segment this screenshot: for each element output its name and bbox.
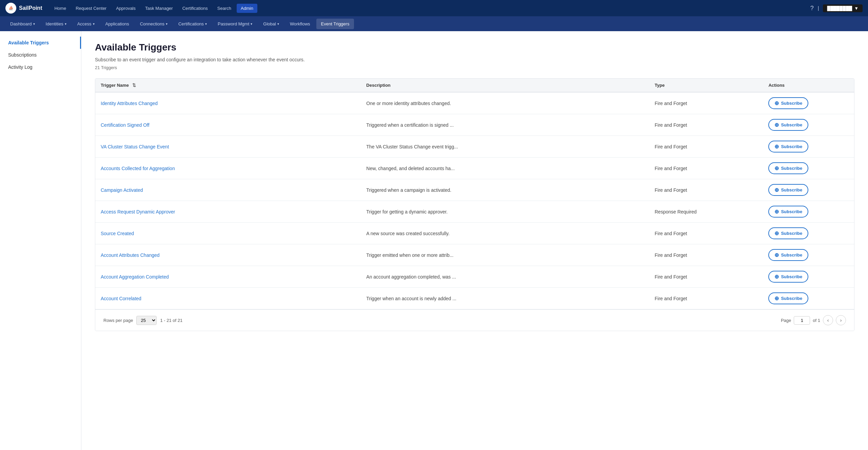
plus-icon: ⊕: [774, 187, 779, 193]
sailpoint-logo-icon: ⛵: [5, 3, 16, 14]
triggers-table: Trigger Name ⇅ Description Type Actions …: [95, 79, 854, 309]
trigger-type: Fire and Forget: [649, 158, 763, 179]
main-layout: Available Triggers Subscriptions Activit…: [0, 31, 868, 450]
trigger-link[interactable]: Access Request Dynamic Approver: [101, 209, 175, 214]
trigger-link[interactable]: Account Correlated: [101, 296, 141, 301]
trigger-description: Trigger emitted when one or more attrib.…: [361, 244, 649, 266]
trigger-link[interactable]: Accounts Collected for Aggregation: [101, 166, 175, 171]
trigger-link[interactable]: Account Attributes Changed: [101, 252, 160, 258]
trigger-link[interactable]: Source Created: [101, 231, 134, 236]
table-body: Identity Attributes Changed One or more …: [95, 92, 854, 309]
trigger-type: Fire and Forget: [649, 223, 763, 244]
pagination: Rows per page 25 50 100 1 - 21 of 21 Pag…: [95, 309, 854, 331]
subnav-password-mgmt[interactable]: Password Mgmt ▾: [213, 19, 257, 29]
help-icon[interactable]: ?: [810, 5, 814, 12]
trigger-link[interactable]: Certification Signed Off: [101, 122, 150, 128]
subscribe-button[interactable]: ⊕Subscribe: [768, 119, 808, 131]
table-row: Access Request Dynamic Approver Trigger …: [95, 201, 854, 223]
sidebar-item-available-triggers[interactable]: Available Triggers: [0, 37, 81, 49]
nav-search[interactable]: Search: [213, 4, 235, 13]
nav-home[interactable]: Home: [50, 4, 70, 13]
nav-approvals[interactable]: Approvals: [112, 4, 140, 13]
subscribe-button[interactable]: ⊕Subscribe: [768, 184, 808, 196]
trigger-description: Trigger for getting a dynamic approver.: [361, 201, 649, 223]
rows-per-page: Rows per page 25 50 100 1 - 21 of 21: [103, 316, 182, 325]
user-menu-chevron: ▼: [854, 6, 859, 11]
subscribe-button[interactable]: ⊕Subscribe: [768, 97, 808, 109]
sidebar: Available Triggers Subscriptions Activit…: [0, 31, 81, 450]
table-row: Certification Signed Off Triggered when …: [95, 114, 854, 136]
trigger-type: Fire and Forget: [649, 288, 763, 309]
nav-task-manager[interactable]: Task Manager: [141, 4, 177, 13]
subscribe-button[interactable]: ⊕Subscribe: [768, 206, 808, 218]
plus-icon: ⊕: [774, 165, 779, 171]
chevron-down-icon: ▾: [93, 22, 95, 26]
sidebar-item-subscriptions[interactable]: Subscriptions: [0, 49, 81, 61]
subnav-dashboard[interactable]: Dashboard ▾: [5, 19, 40, 29]
logo-text: SailPoint: [19, 5, 42, 11]
subnav-certifications[interactable]: Certifications ▾: [174, 19, 212, 29]
plus-icon: ⊕: [774, 230, 779, 237]
page-subtitle: Subscribe to an event trigger and config…: [95, 57, 854, 62]
page-input[interactable]: [794, 316, 810, 325]
trigger-link[interactable]: Account Aggregation Completed: [101, 274, 169, 280]
prev-page-button[interactable]: ‹: [823, 315, 833, 325]
th-actions: Actions: [763, 79, 854, 92]
subscribe-button[interactable]: ⊕Subscribe: [768, 141, 808, 152]
page-title: Available Triggers: [95, 42, 854, 53]
subnav-global[interactable]: Global ▾: [258, 19, 284, 29]
table-row: Account Aggregation Completed An account…: [95, 266, 854, 288]
trigger-description: Triggered when a certification is signed…: [361, 114, 649, 136]
table-row: Accounts Collected for Aggregation New, …: [95, 158, 854, 179]
sidebar-item-activity-log[interactable]: Activity Log: [0, 61, 81, 73]
divider: |: [818, 5, 819, 11]
top-nav-right: ? | ████████ ▼: [810, 4, 863, 12]
table-row: Account Attributes Changed Trigger emitt…: [95, 244, 854, 266]
user-menu[interactable]: ████████ ▼: [823, 4, 863, 12]
subnav-access[interactable]: Access ▾: [73, 19, 99, 29]
trigger-type: Fire and Forget: [649, 92, 763, 114]
trigger-description: Triggered when a campaign is activated.: [361, 179, 649, 201]
subnav-connections[interactable]: Connections ▾: [135, 19, 172, 29]
nav-certifications[interactable]: Certifications: [178, 4, 212, 13]
trigger-type: Fire and Forget: [649, 179, 763, 201]
subnav-workflows[interactable]: Workflows: [285, 19, 315, 29]
sort-icon[interactable]: ⇅: [132, 83, 136, 88]
plus-icon: ⊕: [774, 273, 779, 280]
table-row: Identity Attributes Changed One or more …: [95, 92, 854, 114]
trigger-type: Fire and Forget: [649, 136, 763, 158]
subscribe-button[interactable]: ⊕Subscribe: [768, 271, 808, 283]
subscribe-button[interactable]: ⊕Subscribe: [768, 249, 808, 261]
trigger-link[interactable]: Identity Attributes Changed: [101, 101, 158, 106]
plus-icon: ⊕: [774, 100, 779, 106]
subnav-identities[interactable]: Identities ▾: [41, 19, 71, 29]
nav-admin[interactable]: Admin: [237, 4, 257, 13]
table-row: Campaign Activated Triggered when a camp…: [95, 179, 854, 201]
pagination-range: 1 - 21 of 21: [160, 318, 182, 323]
of-label: of 1: [813, 318, 820, 323]
subnav-event-triggers[interactable]: Event Triggers: [316, 19, 354, 29]
username: ████████: [827, 6, 852, 11]
subscribe-button[interactable]: ⊕Subscribe: [768, 292, 808, 304]
chevron-down-icon: ▾: [166, 22, 167, 26]
logo[interactable]: ⛵ SailPoint: [5, 3, 42, 14]
trigger-count: 21 Triggers: [95, 65, 854, 70]
subnav-applications[interactable]: Applications: [101, 19, 134, 29]
top-navigation: ⛵ SailPoint Home Request Center Approval…: [0, 0, 868, 16]
subscribe-button[interactable]: ⊕Subscribe: [768, 227, 808, 239]
trigger-description: The VA Cluster Status Change event trigg…: [361, 136, 649, 158]
next-page-button[interactable]: ›: [836, 315, 846, 325]
trigger-link[interactable]: Campaign Activated: [101, 187, 143, 193]
rows-per-page-select[interactable]: 25 50 100: [136, 316, 157, 325]
page-navigation: Page of 1 ‹ ›: [781, 315, 846, 325]
trigger-type: Fire and Forget: [649, 114, 763, 136]
subscribe-button[interactable]: ⊕Subscribe: [768, 162, 808, 174]
rows-per-page-label: Rows per page: [103, 318, 133, 323]
table-row: VA Cluster Status Change Event The VA Cl…: [95, 136, 854, 158]
plus-icon: ⊕: [774, 122, 779, 128]
main-content: Available Triggers Subscribe to an event…: [81, 31, 868, 450]
table-row: Account Correlated Trigger when an accou…: [95, 288, 854, 309]
triggers-table-container: Trigger Name ⇅ Description Type Actions …: [95, 78, 854, 331]
trigger-link[interactable]: VA Cluster Status Change Event: [101, 144, 169, 149]
nav-request-center[interactable]: Request Center: [72, 4, 111, 13]
